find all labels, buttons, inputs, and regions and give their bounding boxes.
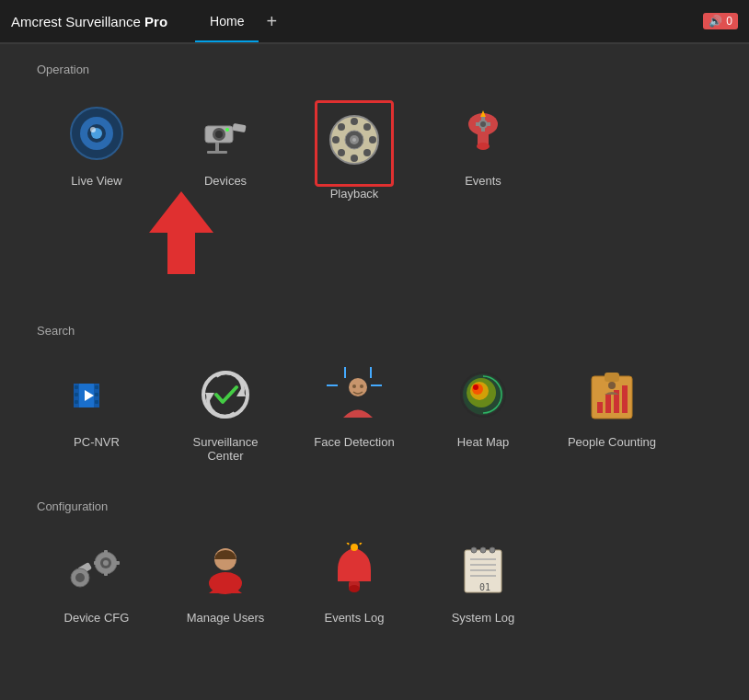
svg-point-96 [490, 547, 495, 553]
red-arrow-icon [149, 191, 213, 274]
playback-item[interactable]: Playback [294, 91, 414, 210]
svg-point-84 [351, 544, 358, 551]
svg-rect-41 [75, 393, 78, 396]
events-icon-box [450, 100, 516, 166]
svg-rect-76 [104, 550, 108, 555]
live-view-label: Live View [71, 174, 121, 188]
playback-label: Playback [330, 187, 379, 201]
svg-point-69 [608, 382, 616, 389]
people-counting-item[interactable]: People Counting [552, 352, 672, 472]
svg-marker-35 [149, 191, 213, 274]
face-detection-icon-box [321, 361, 387, 428]
surveillance-center-label: SurveillanceCenter [193, 435, 259, 463]
people-counting-icon-box [579, 361, 645, 428]
device-cfg-icon-box [63, 537, 130, 603]
pc-nvr-item[interactable]: PC-NVR [37, 352, 156, 472]
svg-point-4 [90, 127, 96, 132]
events-label: Events [465, 174, 501, 188]
volume-icon: 🔊 [709, 15, 722, 28]
events-log-label: Events Log [324, 611, 384, 625]
svg-point-17 [332, 136, 340, 143]
svg-point-18 [369, 136, 376, 143]
devices-label: Devices [204, 174, 247, 188]
svg-rect-10 [215, 143, 219, 152]
pc-nvr-icon-box [63, 361, 130, 428]
live-view-item[interactable]: Live View [37, 91, 156, 210]
main-content: Operation Live View [0, 44, 749, 680]
svg-rect-9 [232, 123, 246, 132]
heat-map-icon-box [450, 361, 516, 428]
svg-point-94 [471, 547, 477, 553]
svg-line-87 [360, 543, 362, 545]
heat-map-label: Heat Map [457, 435, 509, 449]
header-right: 🔊 0 [703, 13, 738, 29]
events-icon [455, 106, 511, 161]
device-cfg-label: Device CFG [64, 611, 130, 625]
svg-rect-42 [75, 400, 78, 404]
svg-rect-78 [94, 561, 98, 565]
tab-bar: Home + [195, 0, 284, 42]
pc-nvr-icon [69, 367, 124, 422]
people-counting-label: People Counting [568, 435, 656, 449]
configuration-grid: Device CFG Manage Users [37, 528, 712, 634]
svg-point-8 [215, 131, 223, 138]
svg-point-19 [338, 123, 345, 131]
arrow-container [37, 228, 712, 315]
svg-rect-33 [487, 122, 490, 126]
events-item[interactable]: Events [423, 91, 543, 210]
svg-point-95 [480, 547, 486, 553]
svg-point-54 [352, 384, 356, 388]
svg-rect-11 [207, 151, 227, 154]
svg-point-72 [75, 573, 85, 582]
face-detection-label: Face Detection [314, 435, 394, 449]
app-title: Amcrest Surveillance Pro [11, 14, 167, 29]
svg-point-81 [209, 572, 242, 594]
system-log-label: System Log [452, 611, 515, 625]
operation-grid: Live View [37, 91, 712, 210]
live-view-icon [69, 106, 124, 161]
playback-icon [327, 112, 382, 167]
search-grid: PC-NVR SurveillanceCenter [37, 352, 712, 472]
manage-users-item[interactable]: Manage Users [166, 528, 285, 634]
face-detection-icon [327, 367, 382, 422]
manage-users-icon-box [192, 537, 259, 603]
tab-home[interactable]: Home [195, 0, 259, 42]
svg-point-22 [338, 149, 345, 156]
manage-users-label: Manage Users [187, 611, 265, 625]
svg-point-20 [363, 149, 371, 156]
svg-rect-79 [115, 561, 120, 565]
heat-map-item[interactable]: Heat Map [423, 352, 543, 472]
svg-rect-31 [481, 128, 485, 132]
volume-button[interactable]: 🔊 0 [703, 13, 738, 29]
manage-users-icon [198, 543, 253, 598]
svg-rect-44 [95, 393, 98, 396]
face-detection-item[interactable]: Face Detection [294, 352, 414, 472]
svg-rect-68 [622, 385, 628, 413]
search-section-label: Search [37, 324, 712, 338]
surveillance-center-item[interactable]: SurveillanceCenter [166, 352, 285, 472]
svg-point-75 [103, 560, 109, 566]
events-log-item[interactable]: Events Log [294, 528, 414, 634]
device-cfg-item[interactable]: Device CFG [37, 528, 156, 634]
svg-point-29 [480, 121, 486, 127]
svg-rect-65 [597, 402, 603, 413]
svg-rect-40 [75, 385, 78, 389]
svg-rect-45 [95, 400, 98, 404]
svg-point-83 [349, 585, 360, 592]
tab-add-button[interactable]: + [259, 11, 284, 32]
svg-rect-30 [481, 117, 485, 120]
svg-point-16 [351, 155, 358, 162]
svg-point-15 [351, 118, 358, 125]
playback-border [315, 100, 394, 187]
system-log-item[interactable]: 01 System Log [423, 528, 543, 634]
svg-point-12 [225, 128, 229, 132]
playback-icon-box [321, 107, 387, 173]
svg-rect-32 [476, 122, 479, 126]
devices-icon-box [192, 100, 259, 166]
device-cfg-icon [69, 543, 124, 598]
svg-point-55 [360, 384, 363, 388]
system-log-icon-box: 01 [450, 537, 516, 603]
pc-nvr-label: PC-NVR [74, 435, 120, 449]
events-log-icon [327, 543, 382, 598]
svg-rect-43 [95, 385, 98, 389]
